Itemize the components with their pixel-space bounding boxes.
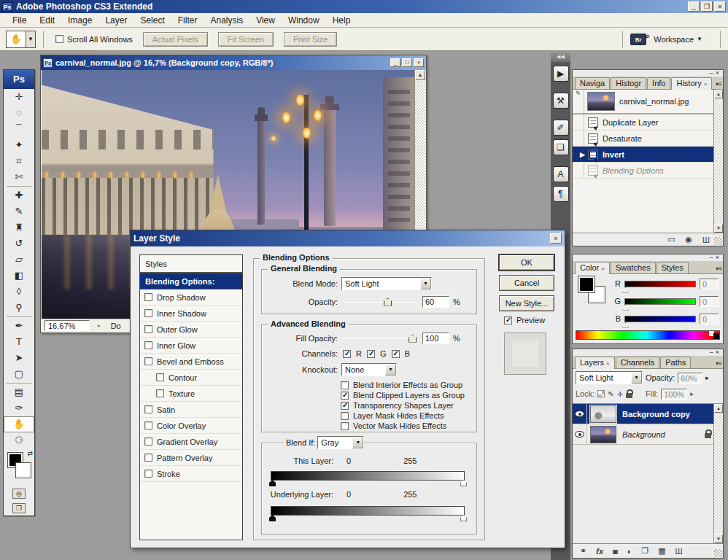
scroll-all-windows-checkbox[interactable]: Scroll All Windows bbox=[55, 35, 133, 44]
lock-position-icon[interactable]: ✛ bbox=[617, 390, 623, 398]
layer-opacity-field[interactable]: 60% bbox=[678, 373, 702, 384]
panel-minimize-icon[interactable]: – bbox=[710, 69, 716, 77]
blend-clipped-option[interactable]: Blend Clipped Layers as Group bbox=[341, 391, 465, 400]
crop-tool[interactable]: ⌗ bbox=[4, 153, 34, 169]
dropdown-arrow-icon[interactable]: ▼ bbox=[631, 372, 642, 384]
brush-tool[interactable]: ✎ bbox=[4, 203, 34, 219]
checkbox[interactable] bbox=[144, 309, 152, 317]
marquee-tool[interactable]: ◌ bbox=[4, 105, 34, 121]
visibility-toggle[interactable] bbox=[573, 404, 587, 424]
resize-grip[interactable] bbox=[714, 237, 722, 245]
layer-row-background-copy[interactable]: Background copy bbox=[573, 404, 723, 424]
move-tool[interactable]: ✛ bbox=[4, 89, 34, 105]
layer-thumbnail[interactable] bbox=[590, 405, 616, 423]
background-color-swatch[interactable] bbox=[16, 463, 31, 478]
dropdown-arrow-icon[interactable]: ▼ bbox=[385, 364, 396, 376]
layer-style-icon[interactable]: fx bbox=[596, 547, 603, 556]
scroll-up-icon[interactable]: ▲ bbox=[714, 404, 723, 413]
workspace-label[interactable]: Workspace bbox=[654, 35, 694, 44]
shape-tool[interactable]: ▢ bbox=[4, 366, 34, 382]
tab-histogram[interactable]: Histogr bbox=[611, 77, 646, 89]
fill-opacity-slider[interactable] bbox=[344, 334, 417, 343]
slider-thumb[interactable] bbox=[622, 287, 629, 293]
bridge-icon[interactable]: Br bbox=[630, 34, 646, 45]
adjustment-layer-icon[interactable]: ◐ bbox=[627, 547, 632, 556]
tab-paths[interactable]: Paths bbox=[660, 357, 691, 368]
style-item-outer-glow[interactable]: Outer Glow bbox=[140, 322, 242, 338]
checkbox[interactable] bbox=[341, 402, 349, 410]
styles-list-header[interactable]: Styles bbox=[140, 255, 242, 273]
red-slider[interactable] bbox=[624, 281, 696, 287]
color-ramp[interactable] bbox=[576, 330, 720, 340]
gradient-tool[interactable]: ◧ bbox=[4, 268, 34, 284]
close-button[interactable]: × bbox=[714, 1, 726, 12]
layers-scrollbar[interactable]: ▲ ▼ bbox=[713, 404, 723, 543]
checkbox[interactable] bbox=[144, 325, 152, 333]
panel-menu-icon[interactable]: ▾≡ bbox=[716, 360, 722, 367]
style-item-gradient-overlay[interactable]: Gradient Overlay bbox=[140, 434, 242, 450]
this-layer-black-marker[interactable] bbox=[269, 480, 276, 486]
quick-selection-tool[interactable]: ✦ bbox=[4, 137, 34, 153]
style-item-texture[interactable]: Texture bbox=[140, 386, 242, 402]
swap-colors-icon[interactable]: ⇄ bbox=[27, 450, 33, 457]
slider-thumb[interactable] bbox=[622, 305, 629, 311]
tab-close-icon[interactable]: × bbox=[601, 265, 605, 272]
channel-b-checkbox[interactable] bbox=[392, 350, 400, 358]
cancel-button[interactable]: Cancel bbox=[499, 275, 554, 291]
menu-select[interactable]: Select bbox=[133, 14, 171, 27]
eraser-tool[interactable]: ▱ bbox=[4, 252, 34, 268]
tab-styles[interactable]: Styles bbox=[657, 262, 689, 273]
channel-r-checkbox[interactable] bbox=[343, 350, 351, 358]
menu-view[interactable]: View bbox=[249, 14, 282, 27]
panel-menu-icon[interactable]: ▾≡ bbox=[716, 81, 722, 88]
panel-menu-icon[interactable]: ▾≡ bbox=[716, 265, 722, 272]
preview-checkbox[interactable] bbox=[504, 316, 512, 324]
dialog-title-bar[interactable]: Layer Style × bbox=[131, 230, 565, 246]
blur-tool[interactable]: ◊ bbox=[4, 284, 34, 300]
scroll-up-icon[interactable]: ▲ bbox=[415, 70, 425, 80]
menu-file[interactable]: File bbox=[6, 14, 33, 27]
black-shortcut-swatch[interactable] bbox=[713, 333, 719, 339]
tab-color[interactable]: Color× bbox=[575, 262, 610, 274]
dodge-tool[interactable]: ⚲ bbox=[4, 300, 34, 316]
dialog-close-icon[interactable]: × bbox=[550, 233, 562, 244]
minimize-button[interactable]: _ bbox=[688, 1, 700, 12]
blend-if-dropdown[interactable]: Gray ▼ bbox=[317, 436, 364, 449]
history-snapshot-row[interactable]: ✎ carnival_normal.jpg bbox=[573, 90, 723, 114]
style-item-pattern-overlay[interactable]: Pattern Overlay bbox=[140, 450, 242, 466]
blend-mode-dropdown[interactable]: Soft Light ▼ bbox=[341, 277, 432, 290]
checkbox[interactable] bbox=[144, 470, 152, 478]
green-slider[interactable] bbox=[624, 298, 696, 305]
checkbox[interactable] bbox=[341, 422, 349, 430]
menu-image[interactable]: Image bbox=[61, 14, 98, 27]
new-snapshot-icon[interactable]: ◉ bbox=[685, 235, 692, 244]
lock-transparency-icon[interactable] bbox=[597, 390, 605, 397]
history-source-well[interactable] bbox=[573, 131, 584, 146]
layer-mask-hides-option[interactable]: Layer Mask Hides Effects bbox=[341, 411, 444, 420]
tab-history[interactable]: History× bbox=[671, 77, 712, 90]
clone-source-panel-icon[interactable]: ❏ bbox=[553, 139, 569, 155]
opacity-slider[interactable] bbox=[344, 298, 417, 307]
menu-window[interactable]: Window bbox=[282, 14, 326, 27]
history-brush-tool[interactable]: ↺ bbox=[4, 236, 34, 252]
underlying-black-marker[interactable] bbox=[269, 515, 276, 521]
checkbox[interactable] bbox=[55, 35, 63, 43]
knockout-dropdown[interactable]: None ▼ bbox=[341, 363, 397, 376]
menu-filter[interactable]: Filter bbox=[171, 14, 204, 27]
checkbox[interactable] bbox=[144, 438, 152, 446]
doc-close-button[interactable]: × bbox=[414, 58, 424, 67]
tool-preset-picker[interactable]: ✋ ▼ bbox=[6, 31, 36, 48]
clone-stamp-tool[interactable]: ♜ bbox=[4, 219, 34, 236]
panel-close-icon[interactable]: × bbox=[716, 349, 721, 356]
history-item-desaturate[interactable]: Desaturate bbox=[573, 131, 723, 147]
resize-grip[interactable] bbox=[714, 549, 722, 557]
actual-pixels-button[interactable]: Actual Pixels bbox=[143, 32, 208, 47]
menu-analysis[interactable]: Analysis bbox=[204, 14, 249, 27]
foreground-color-swatch[interactable] bbox=[578, 276, 595, 292]
doc-maximize-button[interactable]: □ bbox=[402, 58, 412, 67]
blue-slider[interactable] bbox=[624, 316, 696, 322]
character-panel-icon[interactable]: A bbox=[553, 166, 569, 182]
dock-collapse-button[interactable]: ◀◀ bbox=[551, 51, 570, 62]
tab-navigator[interactable]: Naviga bbox=[575, 77, 610, 89]
slider-thumb[interactable] bbox=[408, 335, 417, 343]
